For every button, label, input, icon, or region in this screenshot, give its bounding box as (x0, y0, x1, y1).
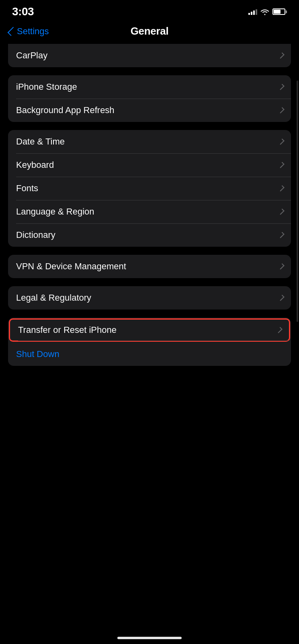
settings-content: CarPlay iPhone Storage Background App Re… (0, 44, 299, 366)
list-item-iphone-storage[interactable]: iPhone Storage (8, 75, 291, 99)
status-time: 3:03 (12, 5, 34, 18)
chevron-icon (278, 185, 285, 192)
page-title: General (131, 25, 169, 37)
list-item-keyboard[interactable]: Keyboard (8, 153, 291, 177)
back-button[interactable]: Settings (8, 26, 49, 37)
status-icons (248, 8, 287, 15)
status-bar: 3:03 (0, 0, 299, 22)
list-item-language-region[interactable]: Language & Region (8, 200, 291, 223)
wifi-icon (260, 8, 269, 15)
list-item-carplay[interactable]: CarPlay (8, 44, 291, 67)
section-locale: Date & Time Keyboard Fonts Language & Re… (8, 130, 291, 247)
list-item-legal[interactable]: Legal & Regulatory (8, 286, 291, 310)
chevron-icon (278, 162, 285, 168)
carplay-right (280, 53, 283, 58)
home-indicator (117, 637, 182, 639)
section-transfer-shutdown: Transfer or Reset iPhone Shut Down (8, 318, 291, 366)
dictionary-label: Dictionary (16, 230, 55, 240)
back-label: Settings (17, 26, 49, 37)
list-item-shutdown[interactable]: Shut Down (8, 343, 291, 366)
keyboard-label: Keyboard (16, 160, 54, 170)
chevron-icon (278, 107, 285, 114)
section-storage: iPhone Storage Background App Refresh (8, 75, 291, 122)
signal-icon (248, 8, 257, 15)
section-carplay: CarPlay (8, 44, 291, 67)
chevron-icon (278, 263, 285, 270)
shutdown-label: Shut Down (16, 349, 59, 359)
chevron-icon (276, 327, 283, 333)
chevron-icon (278, 232, 285, 238)
nav-bar: Settings General (0, 22, 299, 44)
list-item-transfer-reset[interactable]: Transfer or Reset iPhone (9, 318, 290, 342)
list-item-date-time[interactable]: Date & Time (8, 130, 291, 153)
carplay-label: CarPlay (16, 50, 47, 61)
chevron-icon (278, 52, 285, 59)
list-item-background-app-refresh[interactable]: Background App Refresh (8, 99, 291, 122)
legal-label: Legal & Regulatory (16, 293, 91, 303)
section-legal: Legal & Regulatory (8, 286, 291, 310)
back-chevron-icon (8, 27, 17, 36)
fonts-label: Fonts (16, 183, 38, 194)
background-app-refresh-label: Background App Refresh (16, 105, 115, 116)
list-item-fonts[interactable]: Fonts (8, 177, 291, 200)
chevron-icon (278, 295, 285, 301)
date-time-label: Date & Time (16, 136, 65, 147)
iphone-storage-label: iPhone Storage (16, 82, 77, 92)
list-item-vpn[interactable]: VPN & Device Management (8, 255, 291, 278)
iphone-storage-right (280, 84, 283, 90)
background-app-refresh-right (280, 107, 283, 113)
transfer-reset-label: Transfer or Reset iPhone (18, 325, 117, 335)
vpn-label: VPN & Device Management (16, 261, 126, 272)
list-item-dictionary[interactable]: Dictionary (8, 223, 291, 247)
chevron-icon (278, 138, 285, 145)
language-region-label: Language & Region (16, 206, 94, 217)
chevron-icon (278, 84, 285, 90)
chevron-icon (278, 208, 285, 215)
scrollbar[interactable] (297, 80, 298, 322)
section-vpn: VPN & Device Management (8, 255, 291, 278)
battery-icon (272, 8, 287, 15)
